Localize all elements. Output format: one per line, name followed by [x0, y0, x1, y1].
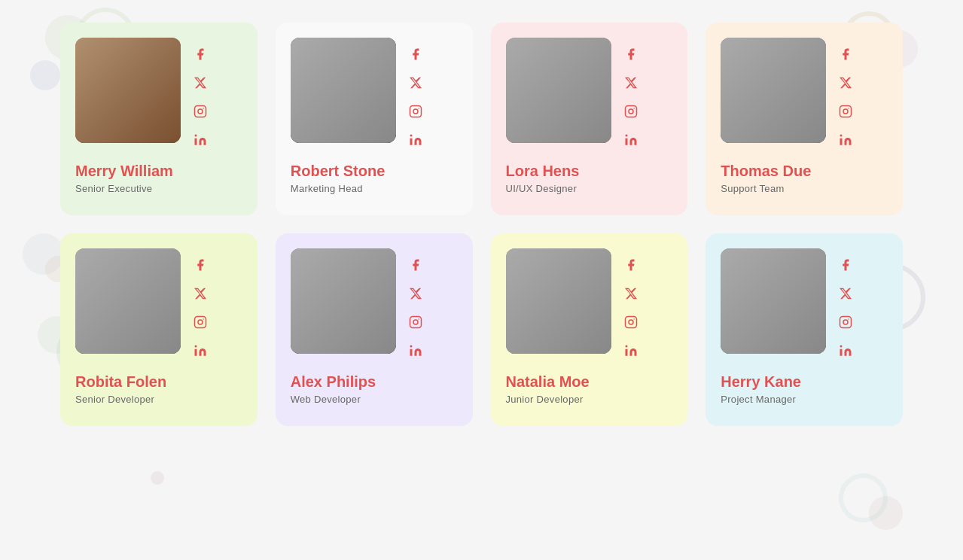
linkedin-icon-natalia-moe[interactable] [620, 340, 641, 361]
card-merry-william: Merry William Senior Executive [60, 23, 258, 215]
linkedin-icon-robert-stone[interactable] [405, 129, 426, 151]
twitter-icon-robita-folen[interactable] [190, 283, 211, 304]
facebook-icon-natalia-moe[interactable] [620, 254, 641, 275]
svg-point-11 [625, 135, 627, 137]
photo-herry-kane [721, 248, 826, 354]
instagram-icon-robita-folen[interactable] [190, 312, 211, 333]
facebook-icon-thomas-due[interactable] [835, 44, 856, 65]
photo-lora-hens [506, 38, 611, 143]
role-thomas-due: Support Team [721, 183, 888, 194]
twitter-icon-robert-stone[interactable] [405, 72, 426, 93]
name-herry-kane: Herry Kane [721, 373, 888, 391]
svg-point-13 [843, 109, 848, 114]
svg-point-2 [203, 108, 204, 109]
card-herry-kane: Herry Kane Project Manager [705, 233, 903, 426]
svg-point-22 [418, 318, 419, 320]
linkedin-icon-thomas-due[interactable] [835, 129, 856, 151]
photo-alex-philips [291, 248, 396, 354]
role-robert-stone: Marketing Head [291, 183, 458, 194]
svg-point-30 [849, 318, 850, 320]
photo-robert-stone [291, 38, 396, 143]
svg-rect-4 [410, 106, 421, 117]
instagram-icon-alex-philips[interactable] [405, 312, 426, 333]
instagram-icon-lora-hens[interactable] [620, 101, 641, 122]
facebook-icon-lora-hens[interactable] [620, 44, 641, 65]
facebook-icon-alex-philips[interactable] [405, 254, 426, 275]
facebook-icon-herry-kane[interactable] [835, 254, 856, 275]
svg-point-10 [633, 108, 635, 109]
instagram-icon-robert-stone[interactable] [405, 101, 426, 122]
facebook-icon-merry-william[interactable] [190, 44, 211, 65]
svg-point-6 [418, 108, 419, 109]
linkedin-icon-alex-philips[interactable] [405, 340, 426, 361]
facebook-icon-robert-stone[interactable] [405, 44, 426, 65]
card-thomas-due: Thomas Due Support Team [705, 23, 903, 215]
card-robita-folen: Robita Folen Senior Developer [60, 233, 258, 426]
social-icons-alex-philips [405, 248, 426, 361]
svg-point-25 [629, 320, 633, 324]
instagram-icon-merry-william[interactable] [190, 101, 211, 122]
role-robita-folen: Senior Developer [75, 394, 242, 405]
name-robert-stone: Robert Stone [291, 163, 458, 180]
role-alex-philips: Web Developer [291, 394, 458, 405]
twitter-icon-merry-william[interactable] [190, 72, 211, 93]
svg-point-5 [413, 109, 418, 114]
facebook-icon-robita-folen[interactable] [190, 254, 211, 275]
svg-point-3 [195, 135, 197, 137]
social-icons-robita-folen [190, 248, 211, 361]
svg-point-15 [840, 135, 843, 137]
instagram-icon-natalia-moe[interactable] [620, 312, 641, 333]
instagram-icon-thomas-due[interactable] [835, 101, 856, 122]
name-robita-folen: Robita Folen [75, 373, 242, 391]
name-natalia-moe: Natalia Moe [506, 373, 673, 391]
svg-point-1 [198, 109, 203, 114]
name-merry-william: Merry William [75, 163, 242, 180]
svg-point-23 [410, 345, 412, 348]
svg-point-14 [849, 108, 850, 109]
linkedin-icon-merry-william[interactable] [190, 129, 211, 151]
social-icons-robert-stone [405, 38, 426, 151]
svg-point-9 [629, 109, 633, 114]
card-natalia-moe: Natalia Moe Junior Developer [491, 233, 688, 426]
photo-merry-william [75, 38, 181, 143]
twitter-icon-thomas-due[interactable] [835, 72, 856, 93]
linkedin-icon-robita-folen[interactable] [190, 340, 211, 361]
card-alex-philips: Alex Philips Web Developer [276, 233, 473, 426]
social-icons-lora-hens [620, 38, 641, 151]
card-robert-stone: Robert Stone Marketing Head [276, 23, 473, 215]
role-herry-kane: Project Manager [721, 394, 888, 405]
twitter-icon-herry-kane[interactable] [835, 283, 856, 304]
linkedin-icon-herry-kane[interactable] [835, 340, 856, 361]
role-natalia-moe: Junior Developer [506, 394, 673, 405]
linkedin-icon-lora-hens[interactable] [620, 129, 641, 151]
role-merry-william: Senior Executive [75, 183, 242, 194]
svg-rect-0 [195, 106, 206, 117]
svg-rect-24 [625, 317, 636, 328]
role-lora-hens: UI/UX Designer [506, 183, 673, 194]
svg-rect-16 [195, 317, 206, 328]
photo-robita-folen [75, 248, 181, 354]
svg-point-29 [843, 320, 848, 324]
name-alex-philips: Alex Philips [291, 373, 458, 391]
svg-point-31 [840, 345, 843, 348]
name-lora-hens: Lora Hens [506, 163, 673, 180]
svg-point-18 [203, 318, 204, 320]
svg-rect-12 [840, 106, 852, 117]
svg-rect-8 [625, 106, 636, 117]
svg-point-17 [198, 320, 203, 324]
instagram-icon-herry-kane[interactable] [835, 312, 856, 333]
twitter-icon-alex-philips[interactable] [405, 283, 426, 304]
social-icons-thomas-due [835, 38, 856, 151]
twitter-icon-lora-hens[interactable] [620, 72, 641, 93]
photo-thomas-due [721, 38, 826, 143]
svg-rect-20 [410, 317, 421, 328]
social-icons-herry-kane [835, 248, 856, 361]
twitter-icon-natalia-moe[interactable] [620, 283, 641, 304]
svg-point-19 [195, 345, 197, 348]
svg-point-21 [413, 320, 418, 324]
social-icons-natalia-moe [620, 248, 641, 361]
svg-point-7 [410, 135, 412, 137]
svg-point-26 [633, 318, 635, 320]
svg-rect-28 [840, 317, 852, 328]
card-lora-hens: Lora Hens UI/UX Designer [491, 23, 688, 215]
